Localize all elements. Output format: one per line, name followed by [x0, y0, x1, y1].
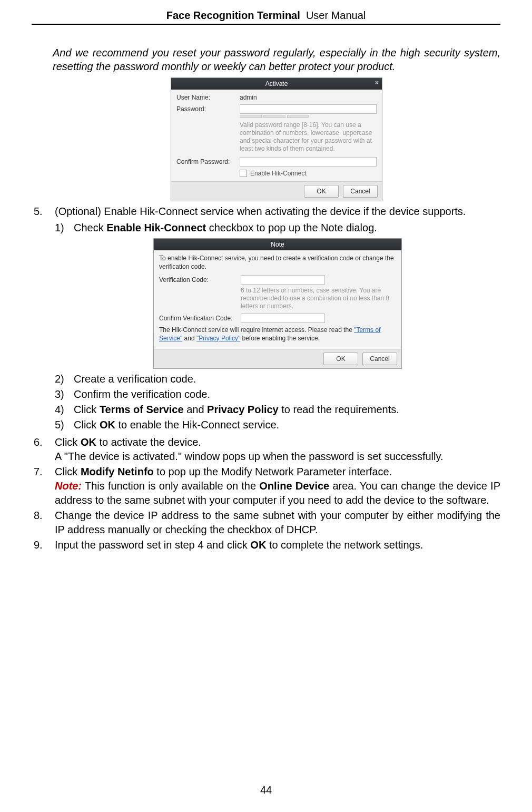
list-num-9: 9. [32, 538, 55, 552]
list-num-7: 7. [32, 465, 55, 507]
page-number: 44 [0, 784, 532, 796]
vcode-label: Verification Code: [159, 276, 241, 284]
item6-post: to activate the device. [96, 436, 201, 448]
enable-hik-row[interactable]: Enable Hik-Connect [240, 170, 377, 177]
sub1-post: checkbox to pop up the Note dialog. [206, 222, 377, 233]
body-text: 5. (Optional) Enable Hik-Connect service… [32, 204, 500, 552]
item9-post: to complete the network settings. [266, 539, 423, 551]
page: Face Recognition Terminal User Manual An… [0, 0, 532, 812]
list-num-8: 8. [32, 508, 55, 537]
confirm-password-input[interactable] [240, 157, 377, 167]
sub4-b1: Terms of Service [100, 404, 184, 415]
access-pre: The Hik-Connect service will require int… [159, 326, 354, 334]
note-titlebar: Note [154, 239, 401, 250]
header-title-bold: Face Recognition Terminal [166, 9, 300, 21]
item7-b1: Modify Netinfo [81, 466, 154, 477]
activate-dialog-wrap: Activate × User Name: admin Password: [53, 77, 500, 201]
sub2-text: Create a verification code. [74, 372, 500, 386]
list-num-5: 5. [32, 204, 55, 434]
header-title-normal: User Manual [306, 9, 366, 21]
user-name-value: admin [240, 94, 377, 101]
item6-line2: A "The device is activated." window pops… [55, 449, 500, 464]
activate-body: User Name: admin Password: Valid passwor… [171, 90, 382, 181]
activate-dialog: Activate × User Name: admin Password: [171, 77, 382, 201]
item9-b1: OK [250, 539, 266, 551]
ok-button[interactable]: OK [323, 353, 358, 365]
note-body: To enable Hik-Connect service, you need … [154, 250, 401, 349]
confirm-vcode-label: Confirm Verification Code: [159, 314, 241, 322]
sub5-pre: Click [74, 419, 100, 431]
privacy-link[interactable]: "Privacy Policy" [196, 335, 240, 342]
note-title: Note [271, 240, 284, 249]
item6-b1: OK [81, 436, 96, 448]
password-label: Password: [176, 105, 240, 113]
sub1-pre: Check [74, 222, 106, 233]
sub-num: 5) [55, 418, 74, 432]
item5-text: (Optional) Enable Hik-Connect service wh… [55, 204, 500, 219]
password-input[interactable] [240, 104, 377, 114]
note-label: Note: [55, 480, 82, 492]
checkbox-icon[interactable] [240, 170, 247, 177]
note-intro: To enable Hik-Connect service, you need … [159, 255, 396, 271]
intro-paragraph: And we recommend you reset your password… [53, 46, 500, 73]
sub1-bold: Enable Hik-Connect [106, 222, 206, 233]
sub4-mid: and [184, 404, 207, 415]
note-dialog: Note To enable Hik-Connect service, you … [153, 238, 402, 369]
item7-note-pre: This function is only available on the [82, 480, 259, 492]
note-access: The Hik-Connect service will require int… [159, 326, 396, 343]
user-name-label: User Name: [176, 94, 240, 101]
access-mid: and [182, 335, 196, 342]
password-strength-meter [240, 115, 377, 118]
access-post: before enabling the service. [240, 335, 320, 342]
header-rule [32, 24, 500, 25]
sub4-pre: Click [74, 404, 100, 415]
item7-pre: Click [55, 466, 81, 477]
sub-num: 3) [55, 387, 74, 402]
sub3-text: Confirm the verification code. [74, 387, 500, 402]
item7-post: to pop up the Modify Network Parameter i… [154, 466, 392, 477]
enable-hik-label: Enable Hik-Connect [250, 170, 307, 177]
ok-button[interactable]: OK [304, 185, 339, 198]
activate-titlebar: Activate × [171, 78, 382, 90]
meter-seg [287, 115, 309, 118]
item6-pre: Click [55, 436, 81, 448]
meter-seg [263, 115, 285, 118]
meter-seg [240, 115, 262, 118]
sub4-b2: Privacy Policy [207, 404, 279, 415]
item8-text: Change the device IP address to the same… [55, 508, 500, 537]
password-hint: Valid password range [8-16]. You can use… [240, 121, 377, 153]
vcode-input[interactable] [241, 275, 325, 285]
activate-title: Activate [265, 80, 288, 87]
page-header: Face Recognition Terminal User Manual [32, 9, 500, 22]
sub5-b1: OK [100, 419, 115, 431]
close-icon[interactable]: × [375, 79, 379, 86]
vcode-hint: 6 to 12 letters or numbers, case sensiti… [241, 287, 396, 310]
sub5-post: to enable the Hik-Connect service. [115, 419, 279, 431]
item7-note-bold: Online Device [259, 480, 329, 492]
sub-num: 4) [55, 403, 74, 417]
cancel-button[interactable]: Cancel [343, 185, 378, 198]
sub-num: 1) [55, 221, 74, 235]
item9-pre: Input the password set in step 4 and cli… [55, 539, 250, 551]
confirm-password-label: Confirm Password: [176, 158, 240, 165]
sub4-post: to read the requirements. [279, 404, 399, 415]
sub-num: 2) [55, 372, 74, 386]
list-num-6: 6. [32, 435, 55, 464]
note-btnbar: OK Cancel [154, 349, 401, 368]
activate-btnbar: OK Cancel [171, 181, 382, 201]
confirm-vcode-input[interactable] [241, 314, 325, 323]
note-dialog-wrap: Note To enable Hik-Connect service, you … [55, 238, 500, 369]
cancel-button[interactable]: Cancel [362, 353, 397, 365]
